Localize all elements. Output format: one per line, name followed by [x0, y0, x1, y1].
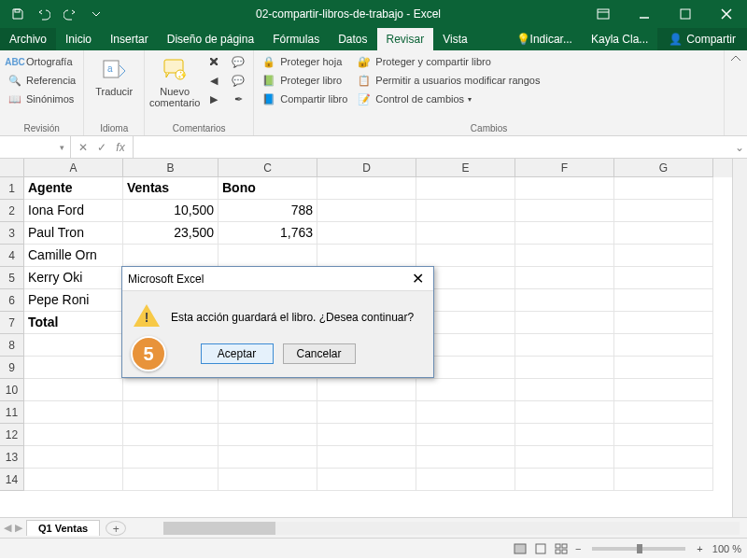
cell[interactable]: Total [24, 312, 123, 334]
cell[interactable]: 23,500 [123, 222, 218, 245]
cell[interactable] [317, 177, 416, 200]
tab-datos[interactable]: Datos [329, 28, 376, 50]
row-header[interactable]: 10 [0, 379, 24, 401]
tab-diseno[interactable]: Diseño de página [158, 28, 263, 50]
fx-button[interactable]: fx [112, 141, 129, 154]
row-header[interactable]: 2 [0, 200, 24, 222]
cell[interactable] [317, 469, 416, 491]
cell[interactable] [614, 222, 713, 245]
cell[interactable] [218, 401, 317, 424]
page-break-view-button[interactable] [551, 540, 571, 557]
row-header[interactable]: 12 [0, 424, 24, 446]
sheet-nav-next[interactable]: ▶ [15, 522, 22, 534]
cell[interactable] [515, 312, 614, 334]
row-header[interactable]: 6 [0, 289, 24, 312]
accept-button[interactable]: Aceptar [201, 343, 274, 364]
sinonimos-button[interactable]: 📖Sinónimos [4, 90, 79, 108]
maximize-button[interactable] [665, 0, 706, 28]
cell[interactable]: Pepe Roni [24, 289, 123, 312]
prev-comment-button[interactable]: ◀ [203, 71, 225, 90]
ribbon-display-options[interactable] [583, 0, 624, 28]
tab-revisar[interactable]: Revisar [377, 28, 434, 50]
cell[interactable] [123, 446, 218, 469]
qat-customize[interactable] [84, 2, 108, 26]
cell[interactable] [24, 446, 123, 469]
cell[interactable] [123, 401, 218, 424]
cell[interactable] [218, 446, 317, 469]
show-all-comments-button[interactable]: 💬 [227, 71, 249, 90]
cell[interactable] [515, 357, 614, 379]
cell[interactable] [416, 379, 515, 401]
cell[interactable] [24, 401, 123, 424]
cell[interactable] [515, 469, 614, 491]
column-header[interactable]: A [24, 159, 123, 177]
row-header[interactable]: 5 [0, 267, 24, 289]
zoom-out-button[interactable]: − [575, 543, 581, 554]
cell[interactable] [416, 177, 515, 200]
cell[interactable] [416, 424, 515, 446]
cell[interactable] [416, 245, 515, 267]
row-header[interactable]: 11 [0, 401, 24, 424]
cell[interactable] [218, 424, 317, 446]
tab-formulas[interactable]: Fórmulas [263, 28, 329, 50]
show-ink-button[interactable]: ✒ [227, 90, 249, 108]
collapse-ribbon-button[interactable] [725, 50, 747, 135]
column-header[interactable]: E [416, 159, 515, 177]
cell[interactable] [317, 401, 416, 424]
cell[interactable] [218, 469, 317, 491]
cell[interactable] [614, 267, 713, 289]
cell[interactable] [614, 245, 713, 267]
cell[interactable] [317, 245, 416, 267]
next-comment-button[interactable]: ▶ [203, 90, 225, 108]
delete-comment-button[interactable]: 🗙 [203, 52, 225, 71]
zoom-level[interactable]: 100 % [712, 543, 741, 554]
column-header[interactable]: B [123, 159, 218, 177]
tab-inicio[interactable]: Inicio [56, 28, 101, 50]
cell[interactable] [614, 446, 713, 469]
minimize-button[interactable] [624, 0, 665, 28]
proteger-hoja-button[interactable]: 🔒Proteger hoja [258, 52, 351, 71]
cell[interactable] [614, 469, 713, 491]
cell[interactable]: Bono [218, 177, 317, 200]
row-header[interactable]: 14 [0, 469, 24, 491]
horizontal-scrollbar[interactable] [163, 522, 740, 535]
cell[interactable] [614, 357, 713, 379]
cell[interactable] [317, 200, 416, 222]
control-cambios-button[interactable]: 📝Control de cambios ▾ [353, 90, 543, 108]
share-button[interactable]: 👤Compartir [657, 28, 747, 50]
cell[interactable] [614, 312, 713, 334]
tab-insertar[interactable]: Insertar [101, 28, 158, 50]
tab-vista[interactable]: Vista [433, 28, 476, 50]
cell[interactable] [24, 379, 123, 401]
cell[interactable] [416, 222, 515, 245]
proteger-libro-button[interactable]: 📗Proteger libro [258, 71, 351, 90]
user-account[interactable]: Kayla Cla... [582, 28, 657, 50]
tell-me[interactable]: 💡 Indicar... [507, 28, 582, 50]
cell[interactable]: Camille Orn [24, 245, 123, 267]
page-layout-view-button[interactable] [530, 540, 551, 557]
cell[interactable] [24, 357, 123, 379]
column-header[interactable]: G [614, 159, 713, 177]
row-header[interactable]: 7 [0, 312, 24, 334]
cell[interactable] [614, 200, 713, 222]
cell[interactable] [515, 401, 614, 424]
referencia-button[interactable]: 🔍Referencia [4, 71, 79, 90]
cell[interactable] [614, 334, 713, 357]
zoom-in-button[interactable]: + [697, 543, 702, 554]
cell[interactable] [515, 424, 614, 446]
permitir-rangos-button[interactable]: 📋Permitir a usuarios modificar rangos [353, 71, 543, 90]
proteger-compartir-button[interactable]: 🔐Proteger y compartir libro [353, 52, 543, 71]
cell[interactable] [123, 245, 218, 267]
row-header[interactable]: 3 [0, 222, 24, 245]
cell[interactable] [515, 245, 614, 267]
compartir-libro-button[interactable]: 📘Compartir libro [258, 90, 351, 108]
cell[interactable]: Ventas [123, 177, 218, 200]
column-header[interactable]: F [515, 159, 614, 177]
cell[interactable] [24, 469, 123, 491]
name-box[interactable]: ▾ [0, 136, 71, 158]
cell[interactable] [24, 334, 123, 357]
cell[interactable] [317, 379, 416, 401]
cell[interactable] [614, 424, 713, 446]
cell[interactable] [416, 446, 515, 469]
cell[interactable] [515, 200, 614, 222]
